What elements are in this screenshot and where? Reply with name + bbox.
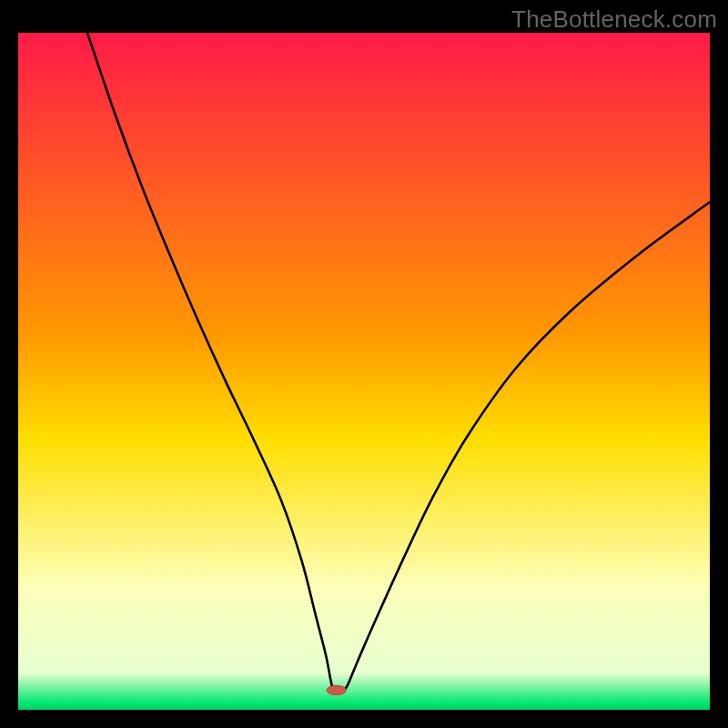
chart-svg [18,33,710,710]
watermark-text: TheBottleneck.com [511,5,717,34]
minimum-marker [327,685,346,694]
chart-container: TheBottleneck.com [0,0,728,728]
plot-area [18,33,710,710]
